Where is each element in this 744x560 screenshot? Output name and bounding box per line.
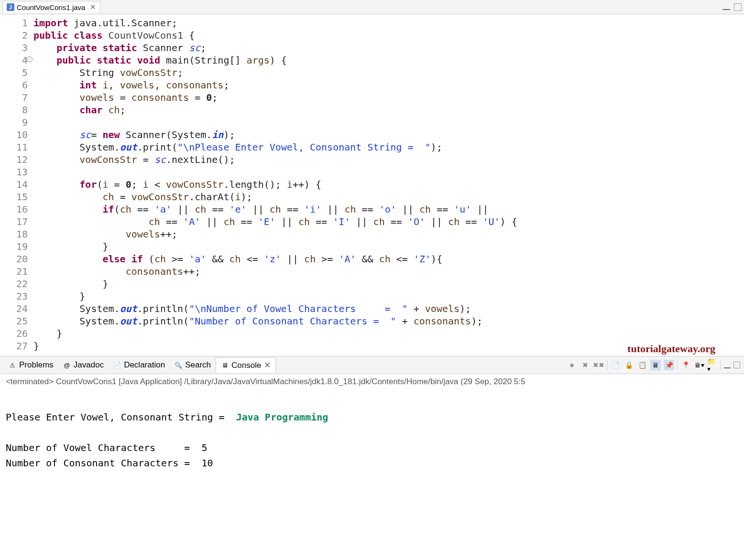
line-number: 8 — [0, 104, 28, 116]
javadoc-icon: @ — [63, 361, 71, 369]
java-file-icon: J — [7, 3, 14, 11]
console-prompt: Please Enter Vowel, Consonant String = — [6, 411, 236, 423]
view-tab-label: Console — [231, 361, 261, 370]
view-tab-search[interactable]: 🔍Search — [170, 358, 216, 372]
line-number: 27 — [0, 340, 28, 352]
line-number: 5 — [0, 66, 28, 79]
console-icon: 🖥 — [221, 362, 229, 369]
console-status-line: <terminated> CountVowCons1 [Java Applica… — [0, 374, 744, 389]
minimize-view-icon[interactable] — [724, 365, 731, 368]
code-editor[interactable]: import java.util.Scanner;public class Co… — [33, 14, 744, 356]
editor-tab-bar: J CountVowCons1.java ✕ — [0, 0, 744, 14]
code-line[interactable]: if(ch == 'a' || ch == 'e' || ch == 'i' |… — [33, 203, 744, 215]
close-view-icon[interactable]: ✕ — [264, 360, 271, 370]
view-tabs-bar: ⚠Problems@Javadoc📄Declaration🔍Search🖥Con… — [0, 356, 744, 374]
stop-icon[interactable]: ■ — [567, 360, 577, 370]
line-number: 12 — [0, 153, 28, 166]
open-console-icon[interactable]: 🖥▾ — [694, 360, 704, 370]
view-tab-javadoc[interactable]: @Javadoc — [58, 358, 109, 372]
code-line[interactable]: import java.util.Scanner; — [33, 17, 744, 29]
line-number: 10 — [0, 129, 28, 141]
view-tab-problems[interactable]: ⚠Problems — [4, 358, 58, 372]
line-number: 6 — [0, 79, 28, 91]
code-line[interactable]: System.out.print("\nPlease Enter Vowel, … — [33, 141, 744, 153]
code-line[interactable]: } — [33, 240, 744, 253]
code-line[interactable]: } — [33, 290, 744, 302]
search-icon: 🔍 — [175, 361, 182, 369]
console-output[interactable]: Please Enter Vowel, Consonant String = J… — [0, 389, 744, 475]
console-user-input: Java Programming — [236, 411, 328, 423]
maximize-icon[interactable] — [734, 3, 742, 11]
code-line[interactable]: public class CountVowCons1 { — [33, 29, 744, 42]
display-selected-icon[interactable]: 🖥 — [650, 360, 661, 370]
line-number-gutter: 1234−56789101112131415161718192021222324… — [0, 14, 33, 356]
code-line[interactable] — [33, 116, 744, 129]
fold-marker-icon[interactable]: − — [27, 56, 33, 62]
view-tab-label: Problems — [19, 360, 54, 370]
code-line[interactable]: for(i = 0; i < vowConsStr.length(); i++)… — [33, 178, 744, 191]
code-line[interactable]: System.out.println("\nNumber of Vowel Ch… — [33, 302, 744, 315]
scroll-lock-icon[interactable]: 🔒 — [624, 360, 634, 370]
line-number: 9 — [0, 116, 28, 129]
line-number: 7 — [0, 91, 28, 104]
maximize-view-icon[interactable] — [733, 362, 740, 368]
code-line[interactable]: public static void main(String[] args) { — [33, 54, 744, 66]
problems-icon: ⚠ — [9, 361, 16, 369]
pin-console-icon[interactable]: 📌 — [664, 360, 674, 370]
line-number: 17 — [0, 215, 28, 228]
remove-launch-icon[interactable]: ✖ — [580, 360, 591, 370]
code-line[interactable]: ch == 'A' || ch == 'E' || ch == 'I' || c… — [33, 215, 744, 228]
tab-filename: CountVowCons1.java — [17, 3, 85, 11]
code-line[interactable]: vowConsStr = sc.nextLine(); — [33, 153, 744, 166]
code-line[interactable]: private static Scanner sc; — [33, 42, 744, 54]
line-number: 3 — [0, 42, 28, 54]
editor-area: 1234−56789101112131415161718192021222324… — [0, 14, 744, 356]
remove-all-icon[interactable]: ✖✖ — [593, 360, 604, 370]
code-line[interactable] — [33, 166, 744, 178]
code-line[interactable]: String vowConsStr; — [33, 66, 744, 79]
line-number: 4− — [0, 54, 28, 66]
line-number: 11 — [0, 141, 28, 153]
line-number: 25 — [0, 315, 28, 327]
code-line[interactable]: char ch; — [33, 104, 744, 116]
code-line[interactable]: vowels = consonants = 0; — [33, 91, 744, 104]
view-tab-label: Javadoc — [74, 360, 104, 370]
console-output-line: Number of Vowel Characters = 5 — [6, 442, 207, 453]
line-number: 15 — [0, 191, 28, 203]
new-console-icon[interactable]: 📁▾ — [707, 360, 718, 370]
declaration-icon: 📄 — [113, 361, 121, 369]
window-controls — [722, 3, 742, 11]
line-number: 26 — [0, 327, 28, 340]
view-tab-label: Search — [185, 360, 211, 370]
close-tab-icon[interactable]: ✕ — [90, 3, 96, 11]
code-line[interactable]: int i, vowels, consonants; — [33, 79, 744, 91]
clear-console-icon[interactable]: 📄 — [610, 360, 621, 370]
line-number: 20 — [0, 253, 28, 265]
view-tab-declaration[interactable]: 📄Declaration — [109, 358, 170, 372]
code-line[interactable]: sc= new Scanner(System.in); — [33, 129, 744, 141]
code-line[interactable]: ch = vowConsStr.charAt(i); — [33, 191, 744, 203]
line-number: 23 — [0, 290, 28, 302]
code-line[interactable]: vowels++; — [33, 228, 744, 240]
pin-icon[interactable]: 📍 — [680, 360, 691, 370]
line-number: 21 — [0, 265, 28, 278]
editor-tab[interactable]: J CountVowCons1.java ✕ — [2, 1, 100, 13]
code-line[interactable]: } — [33, 327, 744, 340]
show-console-icon[interactable]: 📋 — [637, 360, 647, 370]
line-number: 13 — [0, 166, 28, 178]
console-output-line: Number of Consonant Characters = 10 — [6, 457, 213, 469]
code-line[interactable]: consonants++; — [33, 265, 744, 278]
code-line[interactable]: System.out.println("Number of Consonant … — [33, 315, 744, 327]
line-number: 18 — [0, 228, 28, 240]
line-number: 2 — [0, 29, 28, 42]
minimize-icon[interactable] — [722, 6, 730, 10]
view-tab-console[interactable]: 🖥Console ✕ — [216, 357, 276, 373]
line-number: 14 — [0, 178, 28, 191]
line-number: 19 — [0, 240, 28, 253]
watermark-text: tutorialgateway.org — [627, 343, 715, 355]
console-toolbar: ■ ✖ ✖✖ 📄 🔒 📋 🖥 📌 📍 🖥▾ 📁▾ — [567, 360, 740, 370]
code-line[interactable]: } — [33, 278, 744, 290]
line-number: 24 — [0, 302, 28, 315]
view-tab-label: Declaration — [124, 360, 165, 370]
code-line[interactable]: else if (ch >= 'a' && ch <= 'z' || ch >=… — [33, 253, 744, 265]
